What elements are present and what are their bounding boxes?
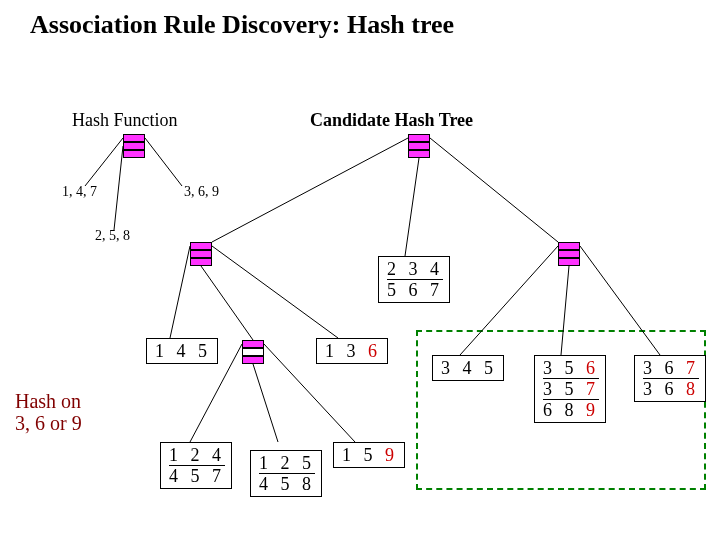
svg-line-1 (114, 146, 123, 230)
leaf-136: 1 3 6 (316, 338, 388, 364)
leaf-124-457: 1 2 4 4 5 7 (160, 442, 232, 489)
tree-node-root (408, 134, 430, 158)
branch-label-right: 3, 6, 9 (184, 184, 219, 200)
diagram-stage: Association Rule Discovery: Hash tree Ha… (0, 0, 720, 540)
page-title: Association Rule Discovery: Hash tree (0, 10, 720, 40)
tree-node-l2-left (190, 242, 212, 266)
svg-line-6 (170, 246, 190, 338)
svg-line-3 (212, 138, 408, 242)
hash-on-label-2: 3, 6 or 9 (15, 412, 82, 435)
hash-function-label: Hash Function (72, 110, 178, 131)
leaf-159: 1 5 9 (333, 442, 405, 468)
svg-line-5 (430, 138, 558, 242)
svg-line-2 (145, 138, 182, 186)
branch-label-left: 1, 4, 7 (62, 184, 97, 200)
hash-on-label-1: Hash on (15, 390, 81, 413)
svg-line-7 (201, 266, 253, 340)
svg-line-13 (253, 364, 278, 442)
leaf-125-458: 1 2 5 4 5 8 (250, 450, 322, 497)
leaf-234-567: 2 3 4 5 6 7 (378, 256, 450, 303)
svg-line-0 (85, 138, 123, 186)
leaf-356-357-689: 3 5 6 3 5 7 6 8 9 (534, 355, 606, 423)
hash-function-node (123, 134, 145, 158)
candidate-tree-label: Candidate Hash Tree (310, 110, 473, 131)
svg-line-8 (212, 246, 338, 338)
branch-label-mid: 2, 5, 8 (95, 228, 130, 244)
tree-node-l3-mid (242, 340, 264, 364)
tree-node-l2-right (558, 242, 580, 266)
leaf-367-368: 3 6 7 3 6 8 (634, 355, 706, 402)
leaf-345: 3 4 5 (432, 355, 504, 381)
leaf-145: 1 4 5 (146, 338, 218, 364)
svg-line-4 (405, 158, 419, 256)
